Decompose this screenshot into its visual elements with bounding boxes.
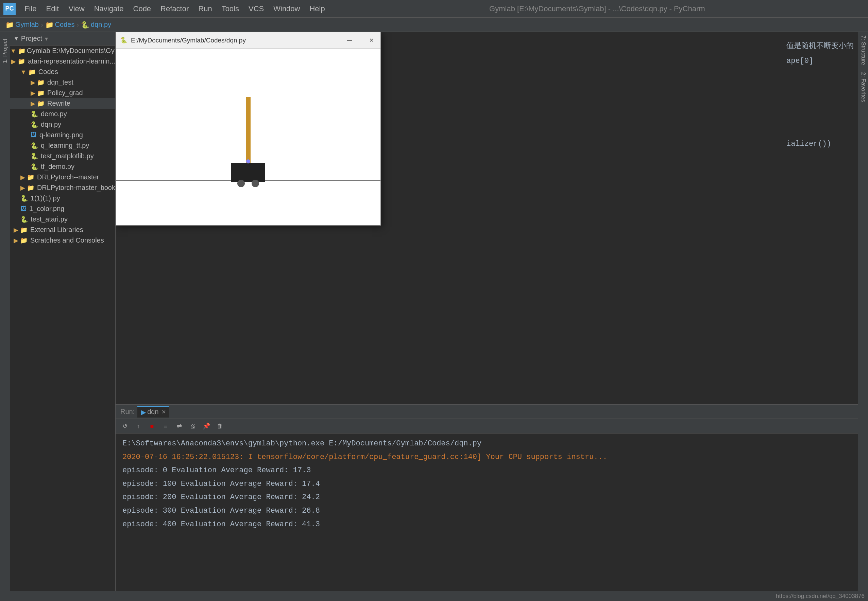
run-softrap-btn[interactable]: ⇌ — [173, 420, 185, 432]
menu-view[interactable]: View — [64, 3, 89, 15]
run-tab-close-btn[interactable]: ✕ — [162, 409, 166, 415]
breadcrumb-gymlab[interactable]: Gymlab — [15, 21, 39, 29]
project-panel: ▼ Project ▾ ▼ 📁 Gymlab E:\MyDocuments\Gy… — [10, 32, 116, 601]
folder-icon: ▶ 📁 — [14, 226, 28, 234]
tree-label: Gymlab E:\MyDocuments\Gym — [27, 47, 115, 55]
py-file-icon: 🐍 — [31, 163, 38, 171]
tree-item-1color[interactable]: 🖼 1_color.png — [10, 203, 115, 214]
tree-label: Rewrite — [47, 99, 70, 107]
tree-item-extlibraries[interactable]: ▶ 📁 External Libraries — [10, 224, 115, 235]
menu-tools[interactable]: Tools — [217, 3, 244, 15]
maximize-button[interactable]: □ — [355, 35, 365, 46]
run-line-0: episode: 0 Evaluation Average Reward: 17… — [122, 464, 851, 477]
menu-window[interactable]: Window — [269, 3, 305, 15]
cart-pivot — [246, 159, 250, 163]
tree-label: Policy_grad — [47, 89, 83, 97]
run-restart-btn[interactable]: ↺ — [119, 420, 131, 432]
py-file-icon: 🐍 — [31, 121, 38, 128]
run-wrap-btn[interactable]: ≡ — [160, 420, 171, 432]
menu-refactor[interactable]: Refactor — [156, 3, 194, 15]
run-line-2: episode: 200 Evaluation Average Reward: … — [122, 491, 851, 504]
menu-navigate[interactable]: Navigate — [89, 3, 128, 15]
minimize-button[interactable]: — — [344, 35, 355, 46]
tree-item-qlearning[interactable]: 🐍 q_learning_tf.py — [10, 140, 115, 151]
right-sidebar: 7: Structure 2: Favorites — [858, 32, 868, 601]
folder-icon: ▶ 📁 — [20, 184, 34, 192]
py-file-icon: 🐍 — [20, 195, 28, 202]
app-logo: PC — [3, 3, 16, 15]
menu-edit[interactable]: Edit — [41, 3, 64, 15]
tree-item-demopy[interactable]: 🐍 demo.py — [10, 109, 115, 119]
project-title: Project — [21, 35, 42, 43]
tree-item-111[interactable]: 🐍 1(1)(1).py — [10, 193, 115, 203]
floating-title: E:/MyDocuments/Gymlab/Codes/dqn.py — [131, 37, 344, 44]
tree-item-qpng[interactable]: 🖼 q-learning.png — [10, 130, 115, 140]
right-tab-favorites[interactable]: 2: Favorites — [859, 69, 868, 106]
tree-item-rewrite[interactable]: ▶ 📁 Rewrite — [10, 98, 115, 109]
menu-run[interactable]: Run — [194, 3, 217, 15]
menu-code[interactable]: Code — [128, 3, 156, 15]
menu-file[interactable]: File — [20, 3, 41, 15]
tree-label: DRLPytorch--master — [37, 173, 99, 181]
folder-icon: ▶ 📁 — [11, 58, 25, 65]
folder-icon: ▶ 📁 — [31, 100, 44, 107]
run-tab-icon: ▶ — [141, 408, 146, 416]
tree-item-policygrad[interactable]: ▶ 📁 Policy_grad — [10, 88, 115, 98]
folder-icon: ▼ 📁 — [10, 47, 26, 55]
menu-help[interactable]: Help — [305, 3, 329, 15]
tree-label: DRLPytorch-master_book — [37, 184, 115, 192]
run-line-1: episode: 100 Evaluation Average Reward: … — [122, 477, 851, 491]
folder-icon: ▼ 📁 — [20, 68, 36, 76]
folder-icon: ▶ 📁 — [20, 174, 34, 181]
tree-label: atari-representation-learnin... — [28, 57, 115, 65]
tree-item-scratches[interactable]: ▶ 📁 Scratches and Consoles — [10, 235, 115, 246]
tree-label: dqn.py — [41, 121, 61, 128]
code-line-2: ape[0] — [786, 54, 854, 69]
tree-label: 1_color.png — [29, 205, 64, 213]
py-file-icon: 🐍 — [31, 110, 38, 118]
tree-item-tfdemo[interactable]: 🐍 tf_demo.py — [10, 162, 115, 172]
run-command: E:\Softwares\Anaconda3\envs\gymlab\pytho… — [122, 437, 851, 450]
breadcrumb-codes[interactable]: Codes — [55, 21, 75, 29]
statusbar: https://blog.csdn.net/qq_34003876 — [0, 591, 868, 601]
py-file-icon: 🐍 — [20, 216, 28, 223]
breadcrumb-file[interactable]: dqn.py — [91, 21, 111, 29]
main-layout: 1: Project ▼ Project ▾ ▼ 📁 Gymlab E:\MyD… — [0, 32, 868, 601]
project-header[interactable]: ▼ Project ▾ — [10, 32, 115, 46]
status-url: https://blog.csdn.net/qq_34003876 — [776, 593, 865, 599]
tree-label: dqn_test — [47, 78, 73, 86]
run-clear-btn[interactable]: 🗑 — [214, 420, 226, 432]
run-line-4: episode: 400 Evaluation Average Reward: … — [122, 518, 851, 531]
tree-item-testatari[interactable]: 🐍 test_atari.py — [10, 214, 115, 224]
cartpole-cart — [231, 163, 265, 182]
run-warning: 2020-07-16 16:25:22.015123: I tensorflow… — [122, 450, 851, 464]
run-output[interactable]: E:\Softwares\Anaconda3\envs\gymlab\pytho… — [116, 433, 858, 599]
run-tab-dqn[interactable]: ▶ dqn ✕ — [138, 406, 169, 418]
sidebar-tab-project[interactable]: 1: Project — [0, 35, 10, 67]
floating-logo: 🐍 — [120, 37, 128, 44]
floating-titlebar: 🐍 E:/MyDocuments/Gymlab/Codes/dqn.py — □… — [116, 32, 381, 49]
menu-vcs[interactable]: VCS — [244, 3, 269, 15]
tree-item-dqntest[interactable]: ▶ 📁 dqn_test — [10, 77, 115, 88]
run-panel: Run: ▶ dqn ✕ ↺ ↑ ■ ≡ ⇌ 🖨 📌 🗑 E:\Software… — [116, 404, 858, 601]
tree-item-drlpytorch[interactable]: ▶ 📁 DRLPytorch--master — [10, 172, 115, 182]
img-file-icon: 🖼 — [31, 131, 37, 139]
py-file-icon: 🐍 — [31, 153, 38, 160]
tree-item-codes[interactable]: ▼ 📁 Codes — [10, 67, 115, 77]
tree-label: Scratches and Consoles — [30, 236, 104, 244]
close-button[interactable]: ✕ — [366, 35, 376, 46]
tree-item-testmatplotlib[interactable]: 🐍 test_matplotlib.py — [10, 151, 115, 162]
tree-label: q-learning.png — [40, 131, 83, 139]
tree-item-gymlab[interactable]: ▼ 📁 Gymlab E:\MyDocuments\Gym — [10, 46, 115, 56]
right-tab-structure[interactable]: 7: Structure — [859, 32, 868, 69]
run-pin-btn[interactable]: 📌 — [200, 420, 212, 432]
tree-item-dqnpy[interactable]: 🐍 dqn.py — [10, 119, 115, 130]
run-stop-btn[interactable]: ■ — [146, 420, 158, 432]
run-scroll-up-btn[interactable]: ↑ — [133, 420, 144, 432]
tree-label: test_matplotlib.py — [41, 152, 94, 160]
folder-icon: ▶ 📁 — [14, 237, 28, 244]
tree-item-atari[interactable]: ▶ 📁 atari-representation-learnin... — [10, 56, 115, 67]
tree-item-drlpytorchbook[interactable]: ▶ 📁 DRLPytorch-master_book — [10, 182, 115, 193]
run-print-btn[interactable]: 🖨 — [187, 420, 199, 432]
folder-icon: ▶ 📁 — [31, 89, 44, 97]
